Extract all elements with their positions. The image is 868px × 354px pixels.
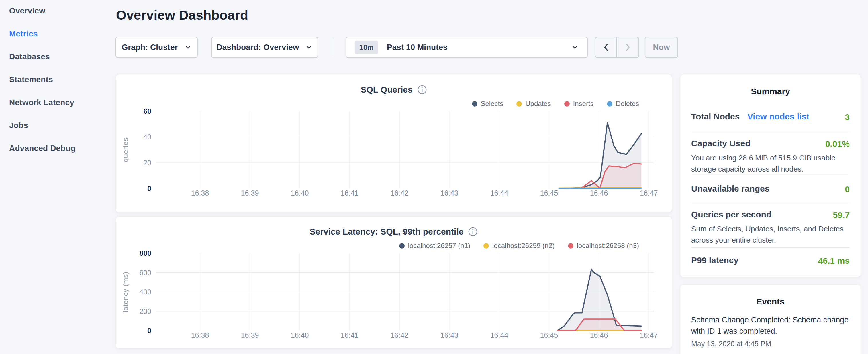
legend-dot <box>399 243 405 249</box>
summary-row-p99-latency: P99 latency 46.1 ms <box>691 255 850 265</box>
divider <box>691 131 850 131</box>
svg-text:16:41: 16:41 <box>341 331 359 339</box>
sidebar-item-overview[interactable]: Overview <box>9 6 106 15</box>
svg-text:0: 0 <box>147 326 151 334</box>
summary-row-unavailable-ranges: Unavailable ranges 0 <box>691 184 850 194</box>
summary-value: 0.01% <box>825 139 850 149</box>
svg-text:16:43: 16:43 <box>440 189 459 197</box>
svg-text:20: 20 <box>143 159 151 167</box>
now-button[interactable]: Now <box>645 37 678 58</box>
sql-queries-chart-card: SQL Queries SelectsUpdatesInsertsDeletes… <box>116 74 672 213</box>
sidebar-item-metrics[interactable]: Metrics <box>9 29 106 38</box>
svg-text:16:45: 16:45 <box>540 331 558 339</box>
legend-item: localhost:26258 (n3) <box>568 242 639 250</box>
svg-text:16:45: 16:45 <box>540 189 558 197</box>
summary-description: Sum of Selects, Updates, Inserts, and De… <box>691 223 850 246</box>
summary-value: 3 <box>845 112 850 122</box>
svg-text:16:42: 16:42 <box>391 331 409 339</box>
svg-text:16:40: 16:40 <box>291 331 309 339</box>
legend-label: Selects <box>481 100 503 108</box>
svg-text:16:38: 16:38 <box>191 189 209 197</box>
time-forward-button[interactable] <box>617 37 639 57</box>
legend-dot <box>568 243 574 249</box>
chevron-left-icon <box>602 42 610 52</box>
event-text: Schema Change Completed: Schema change w… <box>691 315 850 337</box>
legend-item: Deletes <box>607 100 639 108</box>
svg-text:latency (ms): latency (ms) <box>122 271 129 313</box>
events-heading: Events <box>680 297 861 307</box>
chart-title: Service Latency: SQL, 99th percentile <box>310 227 464 236</box>
chart-title-row: Service Latency: SQL, 99th percentile <box>116 227 672 236</box>
info-icon[interactable] <box>417 85 427 95</box>
svg-text:60: 60 <box>143 109 151 115</box>
svg-text:800: 800 <box>139 251 151 257</box>
summary-heading: Summary <box>680 87 861 96</box>
chevron-down-icon <box>184 43 192 51</box>
svg-text:400: 400 <box>139 288 151 296</box>
svg-text:16:41: 16:41 <box>341 189 359 197</box>
legend-label: Updates <box>525 100 551 108</box>
time-range-selector[interactable]: 10m Past 10 Minutes <box>346 37 588 58</box>
legend-item: Selects <box>472 100 503 108</box>
svg-text:16:39: 16:39 <box>241 331 259 339</box>
legend-dot <box>484 243 489 249</box>
sidebar-item-jobs[interactable]: Jobs <box>9 121 106 130</box>
svg-text:16:44: 16:44 <box>490 189 508 197</box>
legend-label: Inserts <box>573 100 594 108</box>
svg-text:40: 40 <box>143 133 151 141</box>
chart-plot: 16:3816:3916:4016:4116:4216:4316:4416:45… <box>116 251 672 348</box>
service-latency-chart-card: Service Latency: SQL, 99th percentile lo… <box>116 216 672 349</box>
legend-item: Inserts <box>564 100 594 108</box>
chart-plot: 16:3816:3916:4016:4116:4216:4316:4416:45… <box>116 109 672 206</box>
summary-value: 59.7 <box>833 210 850 220</box>
svg-text:16:47: 16:47 <box>640 331 658 339</box>
svg-text:16:40: 16:40 <box>291 189 309 197</box>
sidebar-item-statements[interactable]: Statements <box>9 75 106 84</box>
main-content: Overview Dashboard Graph: Cluster Dashbo… <box>116 0 672 354</box>
svg-text:16:43: 16:43 <box>440 331 459 339</box>
dashboard-dropdown[interactable]: Dashboard: Overview <box>211 37 318 58</box>
events-panel: Events Schema Change Completed: Schema c… <box>680 284 861 354</box>
overview-dashboard-page: { "sidebar": { "items": [ { "label": "Ov… <box>0 0 868 354</box>
summary-label: Total Nodes <box>691 112 740 121</box>
chevron-right-icon <box>624 42 632 52</box>
sidebar-item-advanced-debug[interactable]: Advanced Debug <box>9 144 106 153</box>
sidebar-item-databases[interactable]: Databases <box>9 52 106 61</box>
chart-title-row: SQL Queries <box>116 85 672 95</box>
svg-text:0: 0 <box>147 185 151 192</box>
legend-label: localhost:26257 (n1) <box>408 242 470 250</box>
svg-text:16:46: 16:46 <box>590 189 608 197</box>
summary-label: P99 latency <box>691 255 739 265</box>
graph-scope-dropdown[interactable]: Graph: Cluster <box>116 37 198 58</box>
summary-row-queries-per-second: Queries per second 59.7 Sum of Selects, … <box>691 210 850 246</box>
legend-label: localhost:26258 (n3) <box>577 242 639 250</box>
info-icon[interactable] <box>468 227 478 236</box>
legend-label: localhost:26259 (n2) <box>492 242 555 250</box>
legend-dot <box>607 101 612 106</box>
view-nodes-list-link[interactable]: View nodes list <box>747 112 809 121</box>
sidebar-item-network-latency[interactable]: Network Latency <box>9 98 106 107</box>
time-range-badge: 10m <box>355 41 378 54</box>
time-back-button[interactable] <box>595 37 617 57</box>
chart-title: SQL Queries <box>361 85 412 95</box>
divider <box>691 176 850 176</box>
legend-item: localhost:26259 (n2) <box>484 242 555 250</box>
legend-dot <box>472 101 477 106</box>
svg-text:16:47: 16:47 <box>640 189 658 197</box>
svg-text:16:38: 16:38 <box>191 331 209 339</box>
summary-panel: Summary Total Nodes View nodes list 3 Ca… <box>680 74 861 277</box>
svg-text:200: 200 <box>139 307 151 315</box>
controls-divider <box>333 37 333 57</box>
legend-dot <box>517 101 522 106</box>
time-nav-group <box>595 37 639 58</box>
time-range-label: Past 10 Minutes <box>387 43 571 52</box>
summary-label: Unavailable ranges <box>691 184 769 193</box>
chevron-down-icon <box>571 43 579 51</box>
summary-label: Capacity Used <box>691 139 750 148</box>
summary-description: You are using 28.6 MiB of 515.9 GiB usab… <box>691 152 850 175</box>
svg-text:queries: queries <box>122 137 129 162</box>
legend-item: Updates <box>517 100 551 108</box>
summary-label: Queries per second <box>691 210 771 219</box>
svg-text:16:44: 16:44 <box>490 331 508 339</box>
svg-text:16:42: 16:42 <box>391 189 409 197</box>
